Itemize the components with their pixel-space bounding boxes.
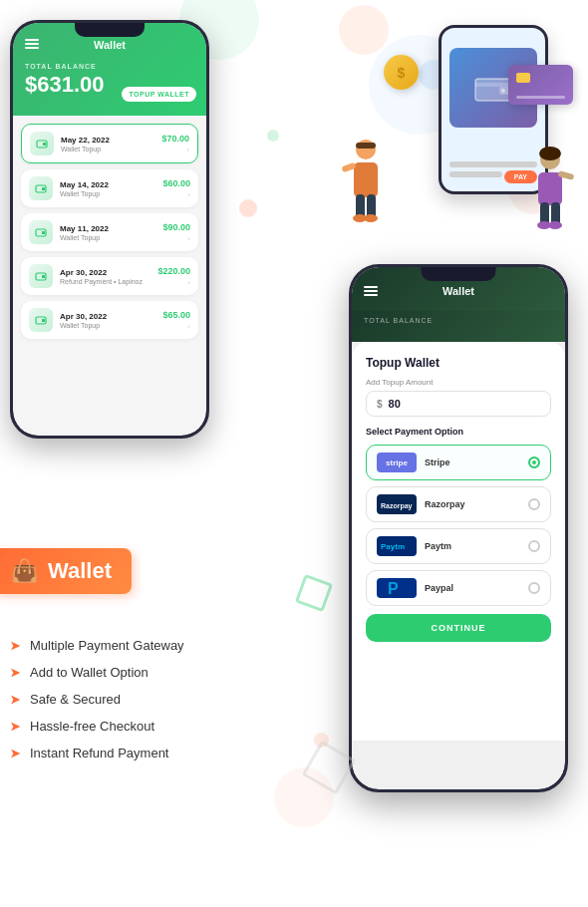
transaction-icon-2 [29, 220, 53, 244]
phone-title: Wallet [94, 39, 126, 51]
continue-button[interactable]: CONTINUE [366, 614, 551, 642]
paypal-name: Paypal [425, 583, 520, 593]
paytm-name: Paytm [425, 541, 520, 551]
paypal-radio[interactable] [528, 582, 540, 594]
svg-point-13 [501, 89, 505, 93]
wallet-banner-text: Wallet [48, 558, 112, 584]
tx-arrow-3: › [187, 278, 190, 287]
transaction-icon-1 [29, 176, 53, 200]
feature-arrow-0: ➤ [10, 639, 20, 653]
feature-text-0: Multiple Payment Gateway [30, 638, 184, 653]
tx-date-2: May 11, 2022 [60, 224, 155, 233]
topup-wallet-button[interactable]: TOPUP WALLET [122, 87, 196, 102]
stripe-radio[interactable] [528, 456, 540, 468]
tx-name-0: Wallet Topup [61, 146, 154, 152]
balance-label: TOTAL BALANCE [25, 63, 194, 70]
svg-rect-9 [42, 319, 45, 322]
right-menu-icon[interactable] [364, 286, 378, 296]
feature-text-1: Add to Wallet Option [30, 665, 148, 680]
svg-rect-1 [43, 143, 46, 146]
tx-arrow-0: › [186, 146, 189, 154]
character-left-svg [339, 135, 394, 234]
tx-name-2: Wallet Topup [60, 234, 155, 241]
svg-rect-3 [42, 187, 45, 190]
tx-arrow-1: › [187, 190, 190, 199]
svg-text:P: P [388, 580, 399, 597]
transaction-item-3[interactable]: Apr 30, 2022 Refund Payment • Lapinoz $2… [21, 257, 198, 295]
character-right-svg [523, 145, 578, 239]
paypal-svg: P [387, 578, 407, 598]
transaction-item-0[interactable]: May 22, 2022 Wallet Topup $70.00 › [21, 124, 198, 163]
svg-text:Paytm: Paytm [381, 542, 405, 551]
transaction-icon-0 [30, 132, 54, 155]
amount-value: 80 [389, 398, 401, 410]
paytm-svg: Paytm [379, 538, 415, 554]
payment-option-paypal[interactable]: P Paypal [366, 570, 551, 606]
phone-notch [75, 23, 145, 37]
transaction-item-4[interactable]: Apr 30, 2022 Wallet Topup $65.00 › [21, 301, 198, 339]
card-chip [516, 73, 530, 83]
tx-arrow-4: › [187, 322, 190, 331]
feature-item-1: ➤ Add to Wallet Option [10, 665, 184, 680]
wallet-banner: 👜 Wallet [0, 548, 132, 594]
razorpay-name: Razorpay [425, 499, 520, 509]
payment-option-razorpay[interactable]: Razorpay Razorpay [366, 486, 551, 522]
svg-rect-23 [538, 172, 562, 205]
dollar-sign: $ [377, 399, 383, 410]
illustration-area: PAY $ [339, 15, 578, 244]
menu-icon[interactable] [25, 39, 39, 49]
svg-rect-11 [475, 83, 511, 87]
card-stripe [516, 96, 565, 99]
features-list: ➤ Multiple Payment Gateway ➤ Add to Wall… [10, 638, 184, 772]
wallet-banner-icon: 👜 [11, 558, 38, 584]
coin-graphic: $ [384, 55, 419, 90]
right-balance-area: TOTAL BALANCE [352, 311, 565, 342]
right-phone: Wallet TOTAL BALANCE Topup Wallet Add To… [349, 264, 568, 792]
razorpay-logo: Razorpay [377, 494, 417, 514]
tx-arrow-2: › [187, 234, 190, 243]
payment-section-title: Select Payment Option [366, 427, 551, 437]
stripe-name: Stripe [425, 457, 520, 467]
razorpay-radio[interactable] [528, 498, 540, 510]
topup-modal: Topup Wallet Add Topup Amount $ 80 Selec… [352, 342, 565, 741]
transaction-item-1[interactable]: May 14, 2022 Wallet Topup $60.00 › [21, 169, 198, 207]
paytm-radio[interactable] [528, 540, 540, 552]
feature-text-4: Instant Refund Payment [30, 746, 168, 760]
right-phone-notch [422, 267, 496, 281]
stripe-logo: stripe [377, 453, 417, 472]
svg-rect-7 [42, 275, 45, 278]
tx-amount-0: $70.00 [161, 134, 189, 144]
svg-rect-5 [42, 231, 45, 234]
feature-arrow-3: ➤ [10, 720, 20, 734]
svg-text:Razorpay: Razorpay [381, 502, 413, 510]
tx-amount-4: $65.00 [162, 310, 190, 320]
tx-date-3: Apr 30, 2022 [60, 268, 150, 277]
transaction-icon-3 [29, 264, 53, 288]
transaction-list: May 22, 2022 Wallet Topup $70.00 › May 1… [13, 116, 206, 339]
transaction-item-2[interactable]: May 11, 2022 Wallet Topup $90.00 › [21, 213, 198, 251]
feature-item-0: ➤ Multiple Payment Gateway [10, 638, 184, 653]
right-phone-title: Wallet [442, 285, 474, 297]
right-phone-screen: Wallet TOTAL BALANCE Topup Wallet Add To… [352, 267, 565, 789]
tx-name-1: Wallet Topup [60, 190, 155, 197]
tx-amount-3: $220.00 [157, 266, 190, 276]
svg-point-29 [539, 147, 561, 160]
bottom-section: 👜 Wallet ➤ Multiple Payment Gateway ➤ Ad… [0, 449, 309, 907]
feature-item-3: ➤ Hassle-free Checkout [10, 719, 184, 734]
phone-screen: Wallet TOTAL BALANCE $631.00 TOPUP WALLE… [13, 23, 206, 436]
feature-item-4: ➤ Instant Refund Payment [10, 746, 184, 760]
tx-name-3: Refund Payment • Lapinoz [60, 278, 150, 285]
feature-arrow-4: ➤ [10, 747, 20, 760]
tx-date-4: Apr 30, 2022 [60, 312, 155, 321]
topup-amount-label: Add Topup Amount [366, 378, 551, 387]
razorpay-svg: Razorpay [379, 496, 415, 512]
tx-name-4: Wallet Topup [60, 322, 155, 329]
payment-option-stripe[interactable]: stripe Stripe [366, 445, 551, 480]
topup-amount-input[interactable]: $ 80 [366, 391, 551, 417]
payment-option-paytm[interactable]: Paytm Paytm [366, 528, 551, 564]
feature-text-2: Safe & Secured [30, 692, 121, 707]
wallet-svg [473, 73, 513, 103]
card-graphic [508, 65, 573, 105]
left-phone: Wallet TOTAL BALANCE $631.00 TOPUP WALLE… [10, 20, 209, 439]
tx-amount-1: $60.00 [162, 178, 190, 188]
